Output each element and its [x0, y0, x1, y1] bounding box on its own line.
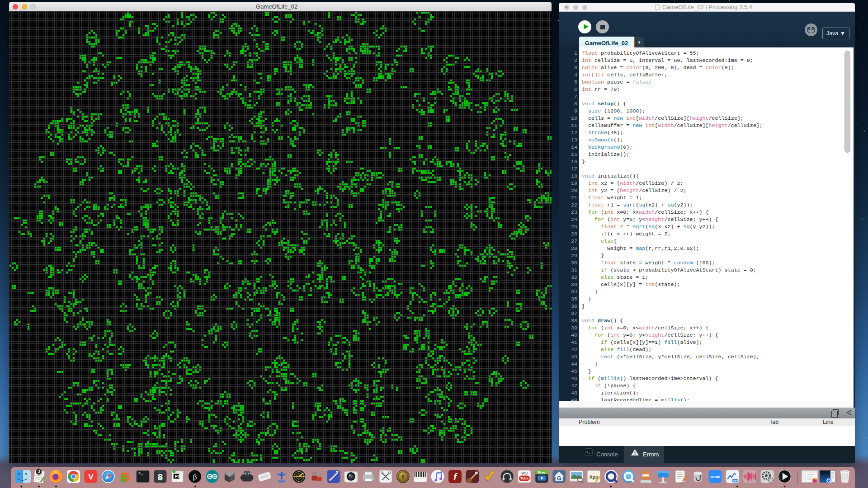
svg-text:$: $	[401, 474, 404, 479]
svg-text:You: You	[521, 471, 528, 475]
svg-text:V: V	[88, 473, 94, 481]
svg-text:>_: >_	[138, 471, 143, 476]
svg-text:8: 8	[158, 472, 163, 482]
svg-text:Tube: Tube	[520, 476, 529, 480]
svg-text:B: B	[120, 474, 126, 483]
svg-text:App: App	[590, 475, 598, 480]
svg-text:>_: >_	[586, 450, 591, 454]
svg-text:G: G	[557, 475, 561, 482]
svg-text:J: J	[38, 469, 40, 474]
svg-text:intel: intel	[732, 479, 738, 483]
svg-text:Free: Free	[538, 470, 545, 474]
svg-text:Pd: Pd	[175, 474, 180, 479]
svg-text:zoom: zoom	[710, 474, 721, 479]
svg-text:β: β	[193, 473, 197, 481]
